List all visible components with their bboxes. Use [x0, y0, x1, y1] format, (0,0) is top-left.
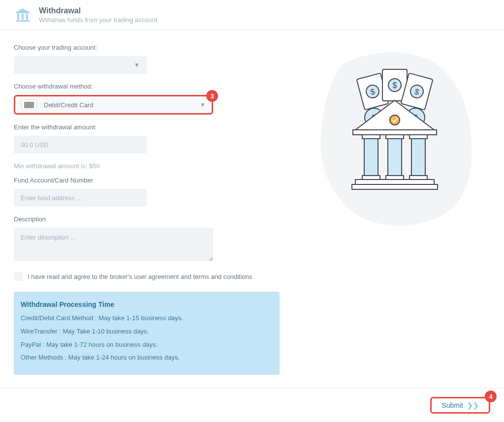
svg-rect-2: [26, 14, 28, 20]
description-textarea[interactable]: [14, 228, 213, 261]
step-badge-4: 4: [485, 391, 497, 402]
svg-rect-28: [355, 180, 434, 184]
processing-time-info: Withdrawal Processing Time Credit/Debit …: [14, 292, 280, 375]
svg-rect-27: [410, 176, 427, 180]
amount-input[interactable]: [14, 136, 147, 153]
amount-label: Enter the withdrawal amount:: [14, 123, 280, 131]
chevron-down-icon: ▼: [200, 101, 206, 108]
svg-rect-19: [364, 137, 378, 177]
page-header: Withdrawal Withdraw funds from your trad…: [0, 0, 504, 30]
footer: Submit ❯❯ 4: [0, 388, 504, 422]
step-badge-3: 3: [206, 90, 218, 102]
info-line: PayPal : May take 1-72 hours on business…: [21, 340, 273, 350]
svg-rect-29: [352, 184, 438, 189]
info-box-title: Withdrawal Processing Time: [21, 301, 273, 308]
info-line: Credit/Debit Card Method : May take 1-15…: [21, 313, 273, 324]
illustration-column: $ $ $ $ $: [299, 44, 490, 375]
form-column: Choose your trading account: ▼ Choose wi…: [14, 44, 280, 375]
svg-point-17: [390, 115, 400, 125]
agreement-checkbox[interactable]: [14, 272, 23, 281]
fund-account-input[interactable]: [14, 189, 147, 207]
amount-hint: Min withdrawal amount is: $50: [14, 162, 280, 170]
submit-label: Submit: [441, 401, 463, 409]
svg-rect-21: [362, 176, 380, 180]
svg-rect-3: [16, 20, 30, 22]
svg-rect-25: [411, 137, 425, 177]
svg-rect-26: [410, 135, 427, 139]
page-subtitle: Withdraw funds from your trading account: [39, 16, 158, 24]
withdrawal-method-select[interactable]: Debit/Credit Card ▼ 3: [14, 95, 213, 115]
withdrawal-method-label: Choose withdrawal method:: [14, 83, 280, 90]
svg-rect-18: [353, 130, 437, 135]
svg-rect-20: [362, 135, 380, 139]
trading-account-select[interactable]: ▼: [14, 56, 147, 74]
info-line: Other Methods : May take 1-24 hours on b…: [21, 353, 273, 363]
description-label: Description: [14, 215, 280, 223]
bank-icon: [14, 6, 32, 24]
credit-card-icon: [21, 99, 37, 110]
submit-button[interactable]: Submit ❯❯: [430, 397, 490, 414]
bank-illustration-icon: $ $ $ $ $: [314, 49, 476, 231]
svg-rect-0: [17, 14, 19, 20]
svg-text:$: $: [393, 81, 397, 90]
page-title: Withdrawal: [39, 6, 158, 15]
chevron-down-icon: ▼: [134, 61, 140, 68]
trading-account-label: Choose your trading account:: [14, 44, 280, 51]
withdrawal-method-value: Debit/Credit Card: [44, 101, 200, 109]
agreement-label: I have read and agree to the broker's us…: [28, 273, 252, 280]
fund-account-label: Fund Account/Card Number: [14, 177, 280, 184]
info-line: WireTransfer : May Take 1-10 business da…: [21, 327, 273, 337]
svg-rect-22: [388, 137, 402, 177]
svg-rect-1: [22, 14, 24, 20]
svg-rect-23: [386, 135, 404, 139]
double-chevron-right-icon: ❯❯: [467, 401, 479, 409]
svg-rect-24: [386, 176, 404, 180]
